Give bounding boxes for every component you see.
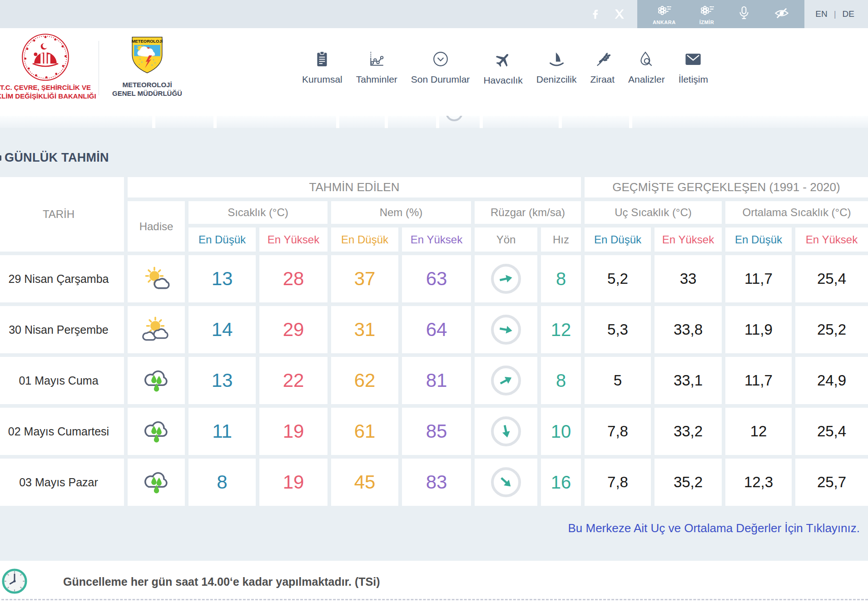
nav-item-havacilik[interactable]: Havacılık [483,51,522,86]
wind-direction-cell [475,459,537,506]
top-bar: ANKARA İZMİR [0,0,868,28]
group-header-past: GEÇMİŞTE GERÇEKLEŞEN (1991 - 2020) [585,177,868,198]
avg-min-cell: 12 [725,408,792,455]
nav-item-kurumsal[interactable]: Kurumsal [302,51,342,86]
daily-forecast-section: GÜNLÜK TAHMİN TARİH TAHMİN EDİLEN GEÇMİŞ… [0,128,868,561]
nav-label: Havacılık [483,75,522,86]
ext-min-cell: 5,3 [585,306,651,353]
nav-label: Ziraat [590,74,615,85]
wind-direction-cell [475,357,537,404]
city-shortcut-label: İZMİR [699,20,714,25]
city-shortcut-izmir[interactable]: İZMİR [699,4,714,25]
hum-max-cell: 83 [402,459,471,506]
hum-min-cell: 45 [331,459,398,506]
weather-condition-icon [128,408,185,455]
city-shortcut-label: ANKARA [653,20,676,25]
hum-min-cell: 61 [331,408,398,455]
wind-speed-cell: 12 [541,306,581,353]
col-header-temp-min: En Düşük [188,227,256,252]
ext-min-cell: 5,2 [585,255,651,302]
voice-search-button[interactable] [738,5,750,23]
nav-item-iletisim[interactable]: İletişim [679,51,708,86]
microphone-icon [738,5,750,23]
update-footer: Güncelleme her gün saat 14.00‘e kadar ya… [0,561,868,603]
pollen-icon [656,4,672,19]
temp-min-cell: 8 [188,459,256,506]
avg-max-cell: 24,9 [795,357,868,404]
cropped-table-strip [0,116,868,128]
envelope-icon [684,51,702,67]
ext-max-cell: 33,2 [655,408,722,455]
ministry-logo[interactable]: T.C. ÇEVRE, ŞEHİRCİLİK VE İKLİM DEĞİŞİKL… [0,33,98,101]
wind-direction-cell [475,408,537,455]
hum-max-cell: 85 [402,408,471,455]
col-header-avg-max: En Yüksek [795,227,868,252]
accessibility-button[interactable] [774,6,789,22]
eye-slash-icon [774,6,789,22]
wind-speed-cell: 8 [541,357,581,404]
strip-cell [388,116,436,128]
nav-item-tahminler[interactable]: Tahminler [356,51,397,86]
centre-extremes-link[interactable]: Bu Merkeze Ait Uç ve Ortalama Değerler İ… [568,521,860,535]
weather-condition-icon [128,306,185,353]
wind-speed-cell: 10 [541,408,581,455]
ext-min-cell: 7,8 [585,408,651,455]
avg-min-cell: 12,3 [725,459,792,506]
strip-cell [217,116,336,128]
nav-item-denizcilik[interactable]: Denizcilik [536,51,577,86]
wind-direction-cell [475,306,537,353]
col-header-tarih: TARİH [0,177,124,252]
nav-item-ziraat[interactable]: Ziraat [590,51,615,86]
strip-cell [439,116,480,128]
temp-max-cell: 19 [259,459,327,506]
strip-cell [483,116,559,128]
hum-max-cell: 63 [402,255,471,302]
avg-max-cell: 25,4 [795,255,868,302]
lang-de[interactable]: DE [843,9,854,19]
section-title: GÜNLÜK TAHMİN [5,151,109,165]
wind-direction-icon [491,467,521,497]
col-header-ruzgar: Rüzgar (km/sa) [475,201,581,224]
strip-cell [155,116,213,128]
mgm-logo[interactable]: METEOROLOJİ METEOROLOJİ GENEL MÜDÜRLÜĞÜ [102,33,193,98]
avg-min-cell: 11,7 [725,255,792,302]
date-cell: 03 Mayıs Pazar [0,459,124,506]
hum-min-cell: 31 [331,306,398,353]
facebook-icon[interactable] [590,8,602,20]
temp-min-cell: 13 [188,357,256,404]
nav-label: Son Durumlar [411,74,470,85]
svg-text:METEOROLOJİ: METEOROLOJİ [132,39,163,44]
nav-item-son-durumlar[interactable]: Son Durumlar [411,51,470,86]
nav-label: Kurumsal [302,74,342,85]
ext-max-cell: 33,1 [655,357,722,404]
col-header-sicaklik: Sıcaklık (°C) [188,201,327,224]
temp-max-cell: 28 [259,255,327,302]
col-header-ext-min: En Düşük [585,227,651,252]
mgm-name-line2: GENEL MÜDÜRLÜĞÜ [112,89,182,98]
weather-condition-icon [128,357,185,404]
daily-forecast-table: TARİH TAHMİN EDİLEN GEÇMİŞTE GERÇEKLEŞEN… [0,177,868,506]
chart-icon [368,51,385,67]
hum-min-cell: 37 [331,255,398,302]
pollen-icon [699,4,714,19]
nav-item-analizler[interactable]: Analizler [628,51,665,86]
x-twitter-icon[interactable] [614,8,625,20]
avg-max-cell: 25,2 [795,306,868,353]
col-header-hiz: Hız [541,227,581,252]
hum-max-cell: 64 [402,306,471,353]
temp-max-cell: 19 [259,408,327,455]
nav-label: İletişim [679,74,708,85]
sailboat-icon [548,51,565,67]
temp-min-cell: 14 [188,306,256,353]
city-shortcut-ankara[interactable]: ANKARA [653,4,676,25]
lang-en[interactable]: EN [815,9,827,19]
ministry-name: T.C. ÇEVRE, ŞEHİRCİLİK VE İKLİM DEĞİŞİKL… [0,84,96,101]
link-row: Bu Merkeze Ait Uç ve Ortalama Değerler İ… [0,521,868,535]
page-root: ANKARA İZMİR [0,0,868,603]
mgm-name-line1: METEOROLOJİ [112,81,182,89]
wind-direction-icon [491,416,521,446]
logo-area: T.C. ÇEVRE, ŞEHİRCİLİK VE İKLİM DEĞİŞİKL… [0,28,193,101]
clock-icon [1,568,28,596]
wheat-icon [594,51,610,67]
col-header-hadise: Hadise [128,201,185,252]
